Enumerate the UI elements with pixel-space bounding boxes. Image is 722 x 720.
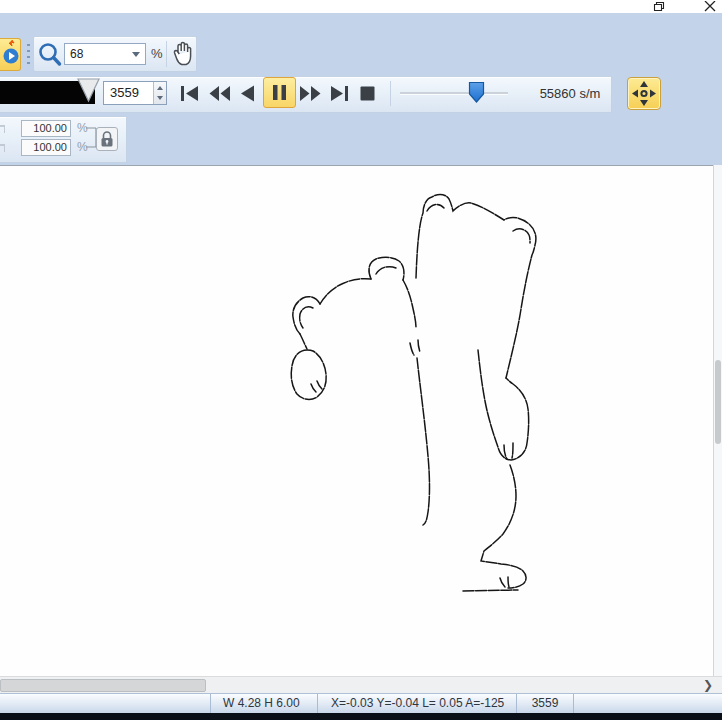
spinner-buttons — [153, 82, 166, 104]
pan-hand-button[interactable] — [170, 39, 196, 69]
pause-button[interactable] — [263, 77, 296, 108]
big-bear-arm-claws — [504, 443, 513, 459]
zoom-level-input[interactable] — [70, 46, 130, 62]
stitch-number-input[interactable] — [110, 85, 150, 100]
ground-line — [463, 590, 518, 591]
small-bear-cheek — [300, 334, 307, 349]
hand-icon — [170, 39, 196, 69]
big-bear-paw-claws — [410, 340, 420, 355]
close-window-icon[interactable] — [703, 1, 717, 12]
small-bear-top-ear — [369, 257, 404, 280]
stitch-number-spinner[interactable] — [103, 81, 167, 105]
lock-icon — [97, 128, 117, 150]
big-bear-right-inner-ear — [513, 229, 530, 243]
small-bear-head-top — [320, 279, 371, 304]
big-bear-leg-foot — [481, 465, 526, 588]
aspect-lock-button[interactable] — [96, 127, 118, 151]
pointer-coordinates-status: X=-0.03 Y=-0.04 L= 0.05 A=-125 — [317, 694, 516, 714]
restore-window-icon[interactable] — [652, 1, 666, 12]
horizontal-scrollbar[interactable]: ❯ — [0, 676, 722, 693]
scroll-right-arrow-icon[interactable]: ❯ — [700, 678, 716, 692]
status-separator — [573, 694, 574, 714]
move-arrows-icon — [628, 78, 660, 109]
move-pan-design-button[interactable] — [627, 77, 661, 110]
skip-to-end-button[interactable] — [328, 82, 351, 105]
play-redraw-icon — [0, 39, 20, 70]
y-scale-input[interactable] — [23, 141, 67, 153]
status-bar: W 4.28 H 6.00 X=-0.03 Y=-0.04 L= 0.05 A=… — [0, 693, 722, 713]
zoom-level-combobox[interactable] — [64, 43, 146, 65]
chevron-down-icon[interactable] — [132, 52, 140, 57]
design-canvas[interactable] — [0, 165, 713, 676]
title-bar — [0, 0, 722, 13]
pause-icon — [264, 78, 295, 107]
vertical-scrollbar-thumb[interactable] — [715, 360, 721, 444]
zoom-percent-label: % — [151, 46, 163, 61]
small-bear-left-ear — [293, 297, 320, 334]
clipped-label-fragment — [0, 144, 5, 152]
bear-stitch-drawing — [0, 166, 713, 677]
x-scale-input[interactable] — [23, 122, 67, 134]
toolbar-separator — [166, 41, 167, 67]
fast-forward-button[interactable] — [299, 82, 322, 105]
progress-marker-icon[interactable] — [76, 77, 101, 103]
big-bear-foot-claws — [500, 577, 509, 587]
big-bear-arm — [478, 350, 529, 460]
horizontal-scrollbar-thumb[interactable] — [0, 679, 206, 692]
toolbar-separator — [390, 81, 391, 106]
small-bear-paw — [291, 350, 326, 399]
speed-value-label: 55860 s/m — [524, 86, 616, 101]
spin-up-icon[interactable] — [157, 86, 163, 90]
step-back-button[interactable] — [237, 82, 260, 105]
small-bear-head-right — [403, 280, 416, 328]
skip-to-start-button[interactable] — [178, 82, 201, 105]
big-bear-head-outline — [416, 195, 536, 378]
design-size-status: W 4.28 H 6.00 — [210, 694, 317, 714]
stop-button[interactable] — [356, 82, 379, 105]
big-bear-left-inner-ear — [427, 204, 444, 211]
zoom-icon — [37, 40, 63, 68]
app-window: % 5 — [0, 0, 722, 720]
speed-slider-track[interactable] — [400, 92, 508, 95]
y-scale-field[interactable] — [21, 139, 71, 156]
speed-slider-thumb[interactable] — [468, 81, 485, 104]
stitch-player-tool-button[interactable] — [0, 38, 21, 71]
stitch-count-status: 3559 — [516, 694, 573, 714]
clipped-label-fragment — [0, 125, 5, 133]
big-bear-left-side — [417, 358, 430, 525]
toolbar-grip-handle[interactable] — [27, 44, 30, 66]
vertical-scrollbar[interactable] — [713, 165, 722, 676]
small-bear-top-ear-inner — [376, 267, 396, 274]
x-scale-field[interactable] — [21, 120, 71, 137]
small-bear-left-ear-inner — [300, 307, 313, 328]
rewind-button[interactable] — [208, 82, 231, 105]
bottom-edge-strip — [0, 713, 722, 720]
spin-down-icon[interactable] — [157, 96, 163, 100]
small-bear-paw-claws — [311, 381, 322, 392]
